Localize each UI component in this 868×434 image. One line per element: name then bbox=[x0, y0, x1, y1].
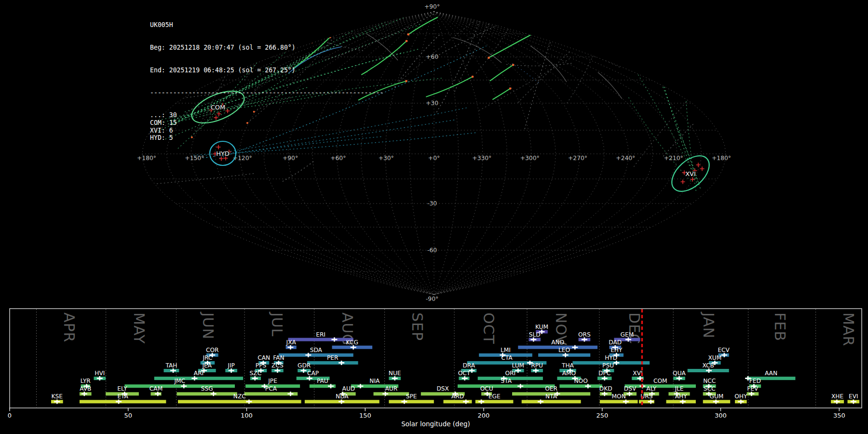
meteor-track-bright bbox=[490, 65, 513, 81]
radiant-cross bbox=[696, 163, 701, 167]
shower-label-KUM: KUM bbox=[535, 324, 548, 330]
grid-meridian bbox=[434, 12, 580, 295]
lat-label: +90° bbox=[424, 3, 440, 10]
x-axis-title: Solar longitude (deg) bbox=[401, 420, 470, 428]
shower-label-OCT: OCT bbox=[458, 370, 471, 377]
x-tick-label: 100 bbox=[241, 412, 253, 419]
x-tick-label: 300 bbox=[715, 412, 727, 419]
meteor-trail-sporadic bbox=[455, 0, 504, 92]
month-label-mar: MAR bbox=[840, 312, 857, 346]
shower-bar-ERI bbox=[288, 338, 353, 341]
meteor-trail-sporadic bbox=[524, 12, 560, 131]
shower-label-PSU: PSU bbox=[602, 362, 614, 369]
shower-label-NTA: NTA bbox=[545, 393, 557, 400]
grid-meridian bbox=[434, 12, 604, 295]
meteor-trail-sporadic bbox=[395, 35, 440, 87]
shower-label-AAN: AAN bbox=[765, 370, 777, 377]
shower-label-QUA: QUA bbox=[673, 370, 686, 377]
shower-label-AVB: AVB bbox=[80, 385, 91, 392]
shower-label-XVI: XVI bbox=[633, 370, 642, 377]
shower-label-MON: MON bbox=[612, 393, 626, 400]
meteor-trail-sporadic bbox=[479, 57, 572, 110]
shower-label-NDA: NDA bbox=[336, 393, 349, 400]
detection-count-XVI: XVI: 6 bbox=[150, 127, 383, 135]
shower-label-GDR: GDR bbox=[298, 362, 311, 369]
grid-meridian bbox=[434, 12, 677, 295]
station-header: UK005H Beg: 20251218 20:07:47 (sol = 266… bbox=[150, 6, 383, 157]
shower-label-ALY: ALY bbox=[646, 385, 657, 392]
meteor-trail-sporadic bbox=[436, 21, 479, 113]
meteor-trail-xvi bbox=[657, 61, 696, 183]
shower-label-ETA: ETA bbox=[117, 393, 128, 400]
shower-label-NUE: NUE bbox=[389, 370, 401, 377]
shower-label-CAM: CAM bbox=[149, 385, 163, 392]
lon-label: +330° bbox=[472, 155, 491, 162]
month-label-may: MAY bbox=[131, 312, 148, 344]
meteor-trail-xvi bbox=[625, 53, 696, 178]
shower-label-ZCS: ZCS bbox=[271, 362, 284, 369]
shower-label-FED: FED bbox=[749, 378, 761, 384]
scene-canvas: +180°+150°+120°+90°+60°+30°+0°+330°+300°… bbox=[0, 0, 868, 434]
shower-label-KCG: KCG bbox=[346, 339, 358, 346]
shower-bar-ETA bbox=[80, 400, 166, 403]
grid-meridian bbox=[434, 12, 653, 295]
x-tick-label: 250 bbox=[596, 412, 608, 419]
shower-label-ORS: ORS bbox=[578, 331, 591, 338]
shower-bar-SPE bbox=[389, 400, 434, 403]
meteor-track-bright bbox=[489, 31, 538, 58]
shower-label-SLD: SLD bbox=[529, 331, 541, 338]
shower-label-EHY: EHY bbox=[610, 347, 623, 353]
shower-label-CAN: CAN bbox=[258, 354, 270, 361]
lon-label: +210° bbox=[664, 155, 683, 162]
shower-label-OER: OER bbox=[545, 385, 557, 392]
month-label-feb: FEB bbox=[772, 312, 788, 341]
shower-label-ECV: ECV bbox=[718, 347, 730, 353]
shower-label-KSE: KSE bbox=[52, 393, 63, 400]
shower-label-FAN: FAN bbox=[273, 354, 284, 361]
shower-label-PER: PER bbox=[327, 354, 339, 361]
detection-count-HYD: HYD: 5 bbox=[150, 134, 383, 142]
shower-label-SPE: SPE bbox=[406, 393, 417, 400]
shower-bar-SSG bbox=[177, 392, 237, 395]
shower-label-AUD: AUD bbox=[342, 385, 355, 392]
shower-label-ORI: ORI bbox=[505, 370, 515, 377]
meteor-trail-sporadic bbox=[567, 20, 606, 103]
meteor-track-bright bbox=[426, 77, 473, 97]
shower-label-LEO: LEO bbox=[558, 347, 570, 353]
meteor-end-dot bbox=[405, 80, 407, 82]
month-label-sep: SEP bbox=[409, 312, 426, 341]
meteor-trail-sporadic bbox=[283, 161, 314, 181]
shower-label-PPS: PPS bbox=[256, 362, 267, 369]
shower-label-NZC: NZC bbox=[233, 393, 246, 400]
meteor-trail-sporadic bbox=[636, 41, 687, 54]
meteor-trail-sporadic bbox=[506, 63, 571, 66]
grid-meridian bbox=[434, 12, 531, 295]
shower-label-GUM: GUM bbox=[709, 393, 723, 400]
radiant-cross bbox=[681, 180, 685, 184]
lon-label: +300° bbox=[520, 155, 540, 162]
radiant-cross bbox=[700, 167, 705, 171]
shower-label-CAP: CAP bbox=[307, 370, 319, 377]
month-label-jul: JUL bbox=[269, 312, 285, 337]
shower-bar-NTA bbox=[522, 400, 581, 403]
lat-label: -90° bbox=[426, 296, 438, 302]
shower-label-JEA: JEA bbox=[202, 362, 212, 369]
meteor-station-summary: UK005H Beg: 20251218 20:07:47 (sol = 266… bbox=[0, 0, 868, 434]
shower-bar-PER bbox=[307, 361, 358, 365]
separator-line: ----------------------------------------… bbox=[150, 89, 383, 97]
shower-label-ELY: ELY bbox=[117, 385, 127, 392]
shower-label-EVI: EVI bbox=[849, 393, 858, 400]
shower-label-OCU: OCU bbox=[480, 385, 493, 392]
lon-label: +0° bbox=[428, 155, 440, 162]
shower-label-COM: COM bbox=[653, 378, 667, 384]
shower-bar-AUR bbox=[374, 392, 409, 395]
shower-label-JIP: JIP bbox=[227, 362, 235, 369]
shower-bar-NZC bbox=[178, 400, 301, 403]
shower-label-SZC: SZC bbox=[250, 370, 262, 377]
shower-bar-AND bbox=[518, 346, 597, 349]
meteor-track-gray bbox=[530, 46, 567, 82]
shower-label-TAH: TAH bbox=[165, 362, 177, 369]
shower-label-JXA: JXA bbox=[286, 339, 297, 346]
shower-label-DKD: DKD bbox=[599, 385, 612, 392]
meteor-end-dot bbox=[407, 33, 409, 36]
